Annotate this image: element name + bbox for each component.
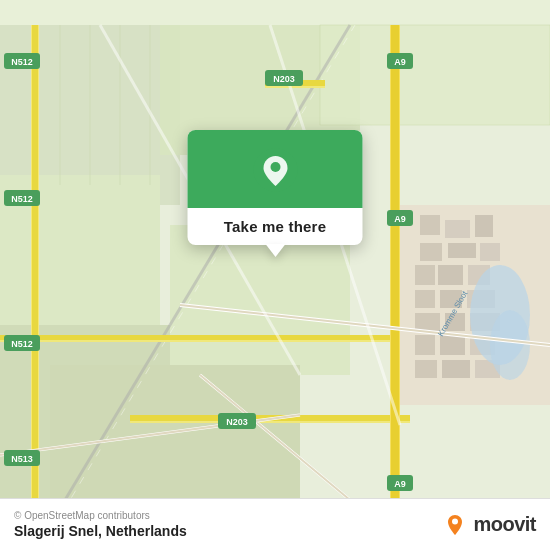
svg-rect-5 — [170, 225, 350, 375]
map-background: N512 N512 N512 N203 N203 N513 A9 A9 A9 K… — [0, 0, 550, 550]
map-container: N512 N512 N512 N203 N203 N513 A9 A9 A9 K… — [0, 0, 550, 550]
copyright-text: © OpenStreetMap contributors — [14, 510, 187, 521]
svg-rect-10 — [475, 215, 493, 237]
svg-rect-27 — [442, 360, 470, 378]
svg-rect-35 — [320, 25, 550, 125]
svg-text:A9: A9 — [394, 479, 406, 489]
svg-rect-20 — [415, 313, 440, 331]
svg-text:N203: N203 — [273, 74, 295, 84]
location-info: © OpenStreetMap contributors Slagerij Sn… — [14, 510, 187, 539]
svg-rect-12 — [448, 243, 476, 258]
popup-tail — [265, 244, 285, 257]
svg-text:N203: N203 — [226, 417, 248, 427]
location-name: Slagerij Snel, Netherlands — [14, 523, 187, 539]
svg-point-30 — [490, 310, 530, 380]
popup-card: Take me there — [188, 130, 363, 245]
bottom-bar: © OpenStreetMap contributors Slagerij Sn… — [0, 498, 550, 550]
svg-rect-15 — [438, 265, 463, 285]
svg-text:N513: N513 — [11, 454, 33, 464]
moovit-logo: moovit — [441, 511, 536, 539]
svg-text:A9: A9 — [394, 214, 406, 224]
svg-rect-42 — [0, 335, 400, 340]
svg-rect-8 — [420, 215, 440, 235]
svg-rect-17 — [415, 290, 435, 308]
popup-green-area — [188, 130, 363, 208]
svg-rect-48 — [391, 25, 399, 525]
svg-text:N512: N512 — [11, 194, 33, 204]
moovit-text: moovit — [473, 513, 536, 536]
svg-text:N512: N512 — [11, 339, 33, 349]
svg-rect-9 — [445, 220, 470, 238]
map-pin-icon — [253, 148, 297, 192]
svg-rect-13 — [480, 243, 500, 261]
popup-button-area: Take me there — [188, 208, 363, 245]
svg-text:A9: A9 — [394, 57, 406, 67]
svg-text:N512: N512 — [11, 57, 33, 67]
svg-rect-14 — [415, 265, 435, 285]
take-me-there-button[interactable]: Take me there — [224, 218, 326, 235]
svg-rect-26 — [415, 360, 437, 378]
moovit-brand-icon — [441, 511, 469, 539]
svg-point-79 — [452, 518, 458, 524]
svg-point-77 — [270, 162, 280, 172]
svg-rect-11 — [420, 243, 442, 261]
svg-rect-23 — [415, 335, 435, 355]
